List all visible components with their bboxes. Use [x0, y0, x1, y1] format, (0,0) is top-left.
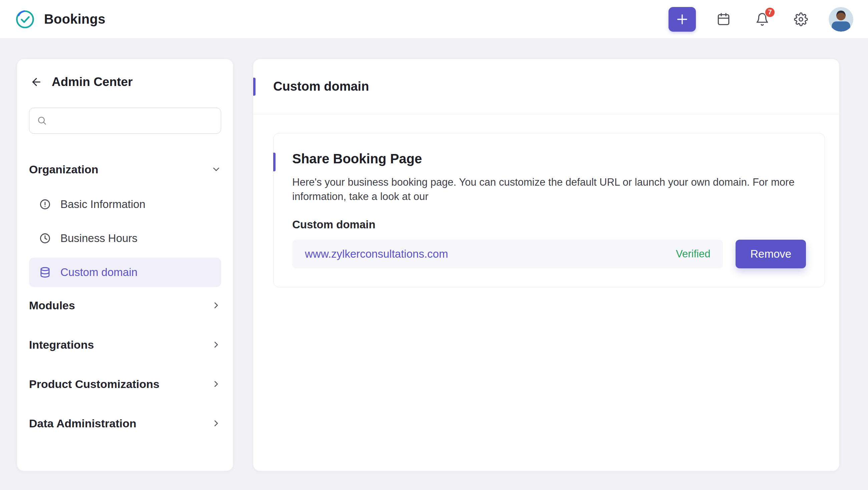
sidebar-group-data-administration[interactable]: Data Administration — [29, 411, 221, 436]
add-button[interactable] — [669, 7, 696, 32]
domain-row: www.zylkerconsultations.com Verified Rem… — [292, 240, 806, 268]
notifications-button[interactable]: 7 — [751, 8, 773, 30]
sidebar-group-modules[interactable]: Modules — [29, 293, 221, 318]
content-card: Custom domain Share Booking Page Here's … — [253, 59, 840, 471]
remove-domain-button[interactable]: Remove — [736, 240, 806, 268]
sidebar-item-custom-domain[interactable]: Custom domain — [29, 258, 221, 287]
sidebar-group-label: Modules — [29, 299, 75, 312]
search-icon — [37, 116, 47, 126]
sidebar-nav: Organization Basic Information Business … — [29, 157, 221, 436]
plus-icon — [676, 13, 689, 26]
topbar-actions: 7 — [669, 7, 853, 32]
chevron-right-icon — [211, 340, 221, 350]
domain-box: www.zylkerconsultations.com Verified — [292, 240, 723, 268]
sidebar-item-label: Basic Information — [60, 198, 146, 211]
back-button[interactable] — [29, 75, 44, 89]
calendar-button[interactable] — [713, 8, 735, 30]
sidebar-group-label: Organization — [29, 163, 98, 176]
admin-sidebar: Admin Center Organization Basic Informat… — [17, 59, 234, 471]
sidebar-item-business-hours[interactable]: Business Hours — [29, 224, 221, 253]
sidebar-search — [29, 108, 221, 134]
database-icon — [39, 266, 51, 278]
app-brand: Bookings — [15, 9, 105, 30]
organization-subnav: Basic Information Business Hours Custom … — [29, 190, 221, 287]
accent-bar — [273, 153, 276, 171]
sidebar-title: Admin Center — [52, 75, 133, 89]
app-title: Bookings — [44, 12, 105, 27]
notification-badge: 7 — [765, 7, 775, 18]
gear-icon — [794, 12, 808, 26]
custom-domain-label: Custom domain — [292, 218, 806, 231]
user-avatar[interactable] — [829, 7, 853, 32]
share-booking-card: Share Booking Page Here's your business … — [273, 133, 825, 287]
sidebar-group-product-customizations[interactable]: Product Customizations — [29, 372, 221, 396]
topbar: Bookings 7 — [0, 0, 868, 39]
settings-button[interactable] — [790, 8, 812, 30]
share-card-title: Share Booking Page — [292, 151, 806, 166]
calendar-icon — [717, 12, 731, 26]
accent-bar — [253, 78, 255, 96]
sidebar-item-label: Business Hours — [60, 232, 137, 245]
sidebar-group-integrations[interactable]: Integrations — [29, 332, 221, 357]
domain-url-link[interactable]: www.zylkerconsultations.com — [305, 248, 448, 260]
verified-status-badge: Verified — [676, 248, 710, 260]
sidebar-item-basic-information[interactable]: Basic Information — [29, 190, 221, 219]
sidebar-item-label: Custom domain — [60, 266, 137, 279]
content-body: Share Booking Page Here's your business … — [253, 115, 839, 287]
arrow-left-icon — [30, 76, 42, 88]
chevron-right-icon — [211, 418, 221, 428]
content-header: Custom domain — [253, 59, 839, 115]
alert-circle-icon — [39, 198, 51, 210]
sidebar-header: Admin Center — [29, 73, 221, 91]
sidebar-group-organization[interactable]: Organization — [29, 157, 221, 182]
bookings-logo-icon — [15, 9, 35, 30]
sidebar-group-label: Product Customizations — [29, 378, 159, 391]
page-title: Custom domain — [273, 79, 369, 94]
chevron-down-icon — [211, 164, 221, 174]
chevron-right-icon — [211, 379, 221, 389]
sidebar-group-label: Data Administration — [29, 417, 136, 430]
clock-icon — [39, 232, 51, 244]
chevron-right-icon — [211, 300, 221, 311]
sidebar-group-label: Integrations — [29, 338, 94, 351]
search-input[interactable] — [29, 108, 221, 134]
share-card-description: Here's your business booking page. You c… — [292, 175, 799, 204]
